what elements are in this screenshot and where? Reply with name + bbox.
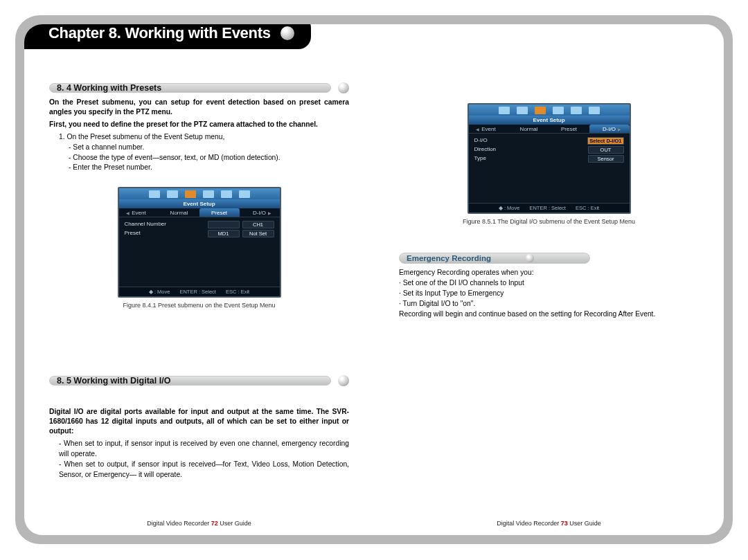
presets-intro-2: First, you need to define the preset for… bbox=[49, 120, 349, 129]
dvr-tab-preset: Preset bbox=[199, 208, 240, 217]
footer-left: Digital Video Recorder 72 User Guide bbox=[24, 520, 374, 527]
dio-bullet-2: - When set to output, if sensor input is… bbox=[59, 460, 349, 480]
page-content: Chapter 8. Working with Events 8. 4 Work… bbox=[24, 24, 724, 535]
er-intro: Emergency Recording operates when you: bbox=[399, 268, 699, 278]
dvr-tab-event: Event bbox=[469, 125, 509, 133]
section-heading-presets: 8. 4 Working with Presets bbox=[49, 82, 349, 93]
dvr-tab-normal: Normal bbox=[509, 125, 549, 133]
section-ball-icon bbox=[338, 375, 349, 386]
subheading-ball-icon bbox=[526, 254, 534, 262]
dvr-tab-dio: D-I/O bbox=[589, 125, 630, 133]
step-1: 1. On the Preset submenu of the Event Se… bbox=[59, 132, 349, 143]
dvr-tab-preset: Preset bbox=[549, 125, 589, 133]
dvr-iconbar bbox=[469, 105, 630, 116]
er-bullet-1: · Set one of the DI I/O channels to Inpu… bbox=[399, 278, 699, 289]
step-1c: - Enter the Preset number. bbox=[69, 163, 349, 173]
presets-intro-1: On the Preset submenu, you can setup for… bbox=[49, 98, 349, 117]
page-frame: Chapter 8. Working with Events 8. 4 Work… bbox=[15, 15, 733, 544]
dvr-preset-window: Event Setup Event Normal Preset D-I/O Ch… bbox=[118, 187, 281, 298]
dvr-tabs: Event Normal Preset D-I/O bbox=[119, 208, 280, 217]
dvr-title: Event Setup bbox=[469, 116, 630, 125]
dvr-title: Event Setup bbox=[119, 199, 280, 208]
figure-caption-841: Figure 8.4.1 Preset submenu on the Event… bbox=[123, 302, 275, 309]
left-page: 8. 4 Working with Presets On the Preset … bbox=[24, 24, 374, 535]
dio-bullet-1: - When set to input, if sensor input is … bbox=[59, 439, 349, 460]
section-heading-dio: 8. 5 Working with Digital I/O bbox=[49, 375, 349, 386]
figure-dio: Event Setup Event Normal Preset D-I/O D-… bbox=[399, 103, 699, 225]
footer-right: Digital Video Recorder 73 User Guide bbox=[374, 520, 724, 527]
dvr-footer: ◆ : Move ENTER : Select ESC : Exit bbox=[119, 287, 280, 296]
subheading-emergency: Emergency Recording bbox=[399, 253, 590, 264]
dvr-iconbar bbox=[119, 188, 280, 199]
step-1a: - Set a channel number. bbox=[69, 143, 349, 153]
dvr-tab-dio: D-I/O bbox=[240, 208, 280, 217]
step-1b: - Choose the type of event—sensor, text,… bbox=[69, 153, 349, 163]
figure-preset: Event Setup Event Normal Preset D-I/O Ch… bbox=[49, 187, 349, 309]
dvr-tab-normal: Normal bbox=[159, 208, 199, 217]
dvr-tabs: Event Normal Preset D-I/O bbox=[469, 125, 630, 134]
section-title: 8. 4 Working with Presets bbox=[57, 83, 161, 93]
section-ball-icon bbox=[338, 82, 349, 93]
section-title: 8. 5 Working with Digital I/O bbox=[57, 376, 170, 386]
row-preset-label: Preset bbox=[125, 230, 205, 237]
dvr-dio-window: Event Setup Event Normal Preset D-I/O D-… bbox=[467, 103, 631, 214]
er-closing: Recording will begin and continue based … bbox=[399, 309, 699, 320]
er-bullet-2: · Set its Input Type to Emergency bbox=[399, 289, 699, 299]
dvr-footer: ◆ : Move ENTER : Select ESC : Exit bbox=[469, 203, 630, 213]
figure-caption-851: Figure 8.5.1 The Digital I/O submenu of … bbox=[463, 218, 635, 225]
er-bullet-3: · Turn Digital I/O to "on". bbox=[399, 299, 699, 309]
dio-intro: Digital I/O are digital ports available … bbox=[49, 407, 349, 436]
dvr-tab-event: Event bbox=[119, 208, 159, 217]
row-channel-label: Channel Number bbox=[125, 221, 205, 228]
right-page: Event Setup Event Normal Preset D-I/O D-… bbox=[374, 24, 724, 535]
